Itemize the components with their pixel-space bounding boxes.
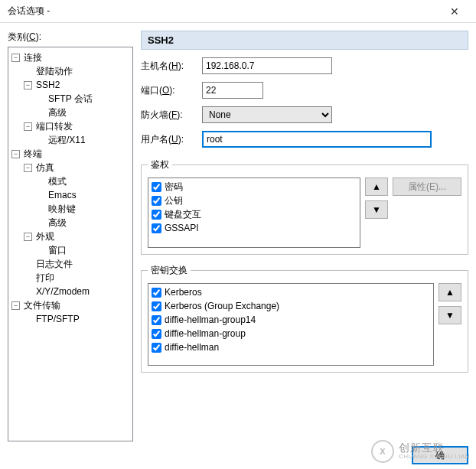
tree-node-terminal[interactable]: − 终端 <box>11 147 131 161</box>
tree-node-port-forward[interactable]: − 端口转发 <box>24 119 131 133</box>
category-tree[interactable]: − 连接 登陆动作 − SSH2 <box>8 47 133 441</box>
tree-node-advanced-term[interactable]: 高级 <box>36 216 131 230</box>
kex-check-dh-group[interactable] <box>152 329 161 339</box>
tree-node-remote-x11[interactable]: 远程/X11 <box>36 133 131 147</box>
collapse-icon[interactable]: − <box>24 81 32 90</box>
up-icon: ▲ <box>445 287 455 298</box>
kex-item-kerberos-ge[interactable]: Kerberos (Group Exchange) <box>152 299 430 313</box>
kex-item-dh-g14[interactable]: diffie-hellman-group14 <box>152 313 430 327</box>
auth-item-gssapi[interactable]: GSSAPI <box>152 221 357 235</box>
auth-item-publickey[interactable]: 公钥 <box>152 194 357 207</box>
auth-move-down[interactable]: ▼ <box>365 200 388 219</box>
tree-node-print[interactable]: 打印 <box>24 271 131 285</box>
tree-node-emacs[interactable]: Emacs <box>36 188 131 202</box>
firewall-select[interactable]: None <box>202 106 332 123</box>
tree-node-file-transfer[interactable]: − 文件传输 <box>11 298 131 312</box>
collapse-icon[interactable]: − <box>11 54 20 62</box>
up-icon: ▲ <box>372 181 381 192</box>
title-bar: 会话选项 - ✕ <box>0 0 476 23</box>
pane-header: SSH2 <box>141 31 468 50</box>
auth-item-keyboard[interactable]: 键盘交互 <box>152 207 357 221</box>
tree-node-ssh2[interactable]: − SSH2 <box>24 78 131 92</box>
kex-group: 密钥交换 Kerberos Kerberos (Group Exchange) … <box>141 264 468 373</box>
auth-check-password[interactable] <box>152 182 161 192</box>
collapse-icon[interactable]: − <box>24 164 32 172</box>
collapse-icon[interactable]: − <box>24 122 32 131</box>
tree-node-sftp-session[interactable]: SFTP 会话 <box>36 92 131 106</box>
tree-node-ftp-sftp[interactable]: FTP/SFTP <box>24 312 131 326</box>
auth-check-keyboard[interactable] <box>152 210 161 220</box>
hostname-label: 主机名(H): <box>141 60 202 73</box>
down-icon: ▼ <box>445 310 455 321</box>
kex-check-dh[interactable] <box>152 343 161 353</box>
collapse-icon[interactable]: − <box>24 233 32 241</box>
kex-check-dh-g14[interactable] <box>152 315 161 325</box>
auth-item-password[interactable]: 密码 <box>152 180 357 194</box>
port-label: 端口(O): <box>141 84 202 97</box>
collapse-icon[interactable]: − <box>11 150 20 158</box>
window-title: 会话选项 - <box>8 5 439 18</box>
close-button[interactable]: ✕ <box>439 1 470 22</box>
auth-group: 鉴权 密码 公钥 键盘交互 GSSAPI ▲ ▼ 属性(E)... <box>141 158 468 255</box>
kex-check-kerberos-ge[interactable] <box>152 301 161 311</box>
hostname-input[interactable] <box>202 57 332 74</box>
category-label: 类别(C): <box>8 31 133 44</box>
tree-node-mapped-keys[interactable]: 映射键 <box>36 202 131 216</box>
auth-listbox[interactable]: 密码 公钥 键盘交互 GSSAPI <box>148 178 360 248</box>
firewall-label: 防火墙(F): <box>141 109 202 122</box>
auth-check-publickey[interactable] <box>152 196 161 206</box>
port-input[interactable] <box>202 82 263 99</box>
kex-item-dh[interactable]: diffie-hellman <box>152 340 430 354</box>
username-label: 用户名(U): <box>141 133 202 146</box>
auth-legend: 鉴权 <box>148 158 172 171</box>
username-input[interactable] <box>202 131 432 148</box>
tree-node-mode[interactable]: 模式 <box>36 174 131 188</box>
auth-check-gssapi[interactable] <box>152 223 161 233</box>
tree-node-xyzmodem[interactable]: X/Y/Zmodem <box>24 285 131 298</box>
kex-move-down[interactable]: ▼ <box>439 306 461 324</box>
tree-node-window[interactable]: 窗口 <box>36 243 131 257</box>
kex-item-dh-group[interactable]: diffie-hellman-group <box>152 327 430 340</box>
close-icon: ✕ <box>450 5 459 18</box>
kex-move-up[interactable]: ▲ <box>439 283 461 301</box>
down-icon: ▼ <box>372 204 381 215</box>
kex-check-kerberos[interactable] <box>152 288 161 298</box>
tree-node-emulation[interactable]: − 仿真 <box>24 161 131 174</box>
tree-node-connection[interactable]: − 连接 <box>11 50 131 64</box>
kex-listbox[interactable]: Kerberos Kerberos (Group Exchange) diffi… <box>148 283 434 366</box>
tree-node-log-file[interactable]: 日志文件 <box>24 257 131 271</box>
kex-item-kerberos[interactable]: Kerberos <box>152 285 430 299</box>
kex-legend: 密钥交换 <box>148 264 191 277</box>
collapse-icon[interactable]: − <box>11 301 20 310</box>
tree-node-advanced-ssh[interactable]: 高级 <box>36 106 131 119</box>
dialog-buttons: 确 <box>8 441 468 464</box>
tree-node-appearance[interactable]: − 外观 <box>24 230 131 243</box>
auth-properties-button[interactable]: 属性(E)... <box>393 178 461 196</box>
tree-node-login[interactable]: 登陆动作 <box>24 64 131 78</box>
auth-move-up[interactable]: ▲ <box>365 178 388 196</box>
ok-button[interactable]: 确 <box>412 446 468 464</box>
